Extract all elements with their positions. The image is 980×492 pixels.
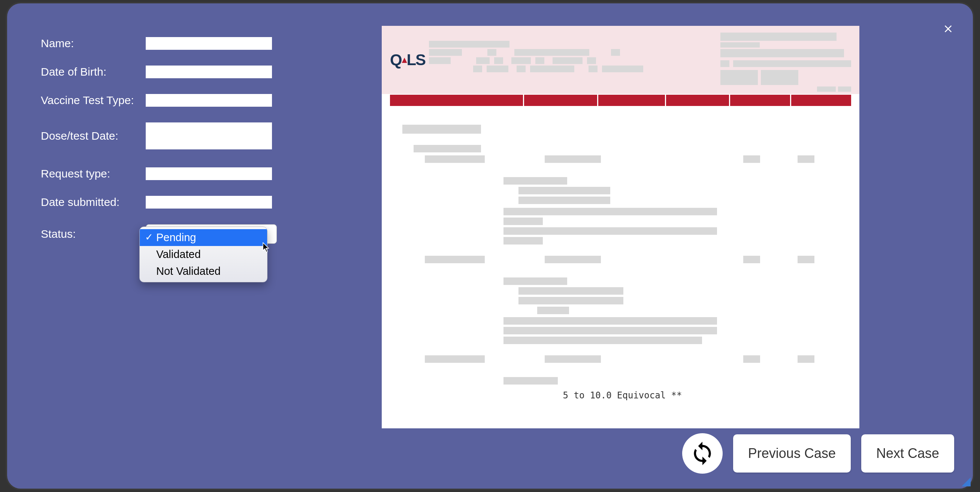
- dose-date-label: Dose/test Date:: [41, 130, 146, 142]
- dob-input[interactable]: [146, 65, 272, 78]
- document-body: 5 to 10.0 Equivocal **: [382, 106, 859, 408]
- status-label: Status:: [41, 228, 146, 240]
- resize-handle[interactable]: [962, 478, 970, 486]
- vaccine-type-label: Vaccine Test Type:: [41, 94, 146, 107]
- request-type-input[interactable]: [146, 167, 272, 180]
- document-preview: Q▲LS: [382, 26, 859, 429]
- name-input[interactable]: [146, 37, 272, 50]
- status-option-pending[interactable]: Pending: [140, 229, 267, 246]
- next-case-button[interactable]: Next Case: [861, 434, 954, 473]
- date-submitted-input[interactable]: [146, 196, 272, 209]
- name-label: Name:: [41, 37, 146, 50]
- refresh-icon: [690, 441, 715, 466]
- request-type-label: Request type:: [41, 167, 146, 180]
- vaccine-type-input[interactable]: [146, 94, 272, 107]
- form-section: Name: Date of Birth: Vaccine Test Type: …: [41, 26, 277, 432]
- refresh-button[interactable]: [682, 433, 723, 474]
- dob-label: Date of Birth:: [41, 65, 146, 78]
- document-footer-text: 5 to 10.0 Equivocal **: [402, 390, 843, 401]
- document-header: Q▲LS: [382, 26, 859, 94]
- footer-buttons: Previous Case Next Case: [682, 433, 954, 474]
- previous-case-button[interactable]: Previous Case: [733, 434, 851, 473]
- status-option-not-validated[interactable]: Not Validated: [140, 263, 267, 280]
- dose-date-input[interactable]: [146, 122, 272, 149]
- date-submitted-label: Date submitted:: [41, 196, 146, 209]
- status-dropdown-menu: Pending Validated Not Validated: [139, 227, 267, 283]
- status-select[interactable]: Pending Validated Not Validated: [146, 224, 277, 244]
- case-modal: Name: Date of Birth: Vaccine Test Type: …: [6, 2, 974, 490]
- document-red-bar: [382, 95, 859, 106]
- close-icon: [942, 23, 954, 35]
- qls-logo: Q▲LS: [390, 33, 425, 92]
- status-option-validated[interactable]: Validated: [140, 246, 267, 263]
- close-button[interactable]: [942, 22, 954, 37]
